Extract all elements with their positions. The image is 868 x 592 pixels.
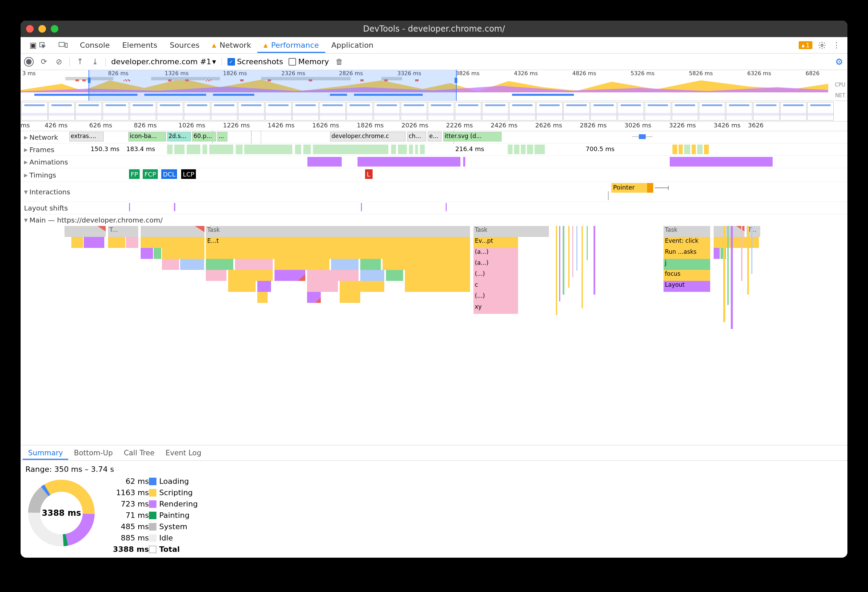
upload-icon[interactable]: ⤒ [75, 57, 85, 67]
task[interactable]: Task [474, 226, 549, 237]
fcp-marker[interactable]: FCP [143, 169, 158, 179]
net-request[interactable]: icon-ba... [128, 132, 166, 142]
lcp-marker[interactable]: LCP [181, 169, 196, 179]
perf-toolbar: ⟳ ⊘ ⤒ ⤓ developer.chrome.com #1▾ ✓Screen… [21, 53, 847, 70]
screenshot-thumb[interactable] [617, 102, 644, 120]
task[interactable]: T... [108, 226, 138, 237]
inspect-icon[interactable] [23, 37, 53, 53]
screenshot-thumb[interactable] [482, 102, 508, 120]
gc-icon[interactable]: 🗑 [335, 57, 344, 67]
interaction-pointer[interactable]: Pointer [611, 183, 653, 192]
screenshot-thumb[interactable] [292, 102, 319, 120]
net-request[interactable]: e... [428, 132, 441, 142]
titlebar: DevTools - developer.chrome.com/ [21, 21, 847, 37]
dcl-marker[interactable]: DCL [161, 169, 177, 179]
task[interactable]: (...) [474, 292, 518, 303]
tab-call-tree[interactable]: Call Tree [118, 446, 160, 460]
screenshot-thumb[interactable] [590, 102, 617, 120]
screenshot-thumb[interactable] [455, 102, 481, 120]
track-interactions[interactable]: ▼Interactions [21, 182, 107, 201]
tab-event-log[interactable]: Event Log [160, 446, 207, 460]
memory-checkbox[interactable]: Memory [289, 57, 329, 66]
flame-chart[interactable]: ms 426 ms 626 ms 826 ms 1026 ms 1226 ms … [21, 121, 847, 558]
detail-ruler: ms 426 ms 626 ms 826 ms 1026 ms 1226 ms … [21, 121, 847, 131]
profile-dropdown[interactable]: developer.chrome.com #1▾ [111, 57, 216, 66]
screenshot-thumb[interactable] [428, 102, 454, 120]
screenshot-thumb[interactable] [753, 102, 779, 120]
task[interactable]: Task [206, 226, 470, 237]
net-request[interactable]: itter.svg (d... [443, 132, 502, 142]
screenshot-thumb[interactable] [238, 102, 264, 120]
settings-gear-icon[interactable] [817, 40, 827, 50]
overview-timeline[interactable]: 3 ms 826 ms 1326 ms 1826 ms 2326 ms 2826… [21, 70, 847, 101]
net-request[interactable]: developer.chrome.c [330, 132, 406, 142]
svg-rect-9 [512, 94, 574, 96]
tab-summary[interactable]: Summary [23, 446, 68, 460]
screenshot-thumb[interactable] [726, 102, 752, 120]
track-animations[interactable]: ▶Animations [21, 156, 107, 168]
screenshots-checkbox[interactable]: ✓Screenshots [227, 57, 283, 66]
summary-legend: 62 msLoading 1163 msScripting 723 msRend… [111, 477, 214, 554]
overview-selection[interactable] [89, 70, 457, 101]
task[interactable]: (a...) [474, 248, 518, 259]
task[interactable]: (...) [474, 270, 518, 281]
tab-performance[interactable]: Performance [257, 37, 325, 53]
issues-badge[interactable]: 1 [799, 41, 812, 49]
fp-marker[interactable]: FP [129, 169, 140, 179]
screenshot-thumb[interactable] [645, 102, 671, 120]
net-request[interactable]: 2d.s... [167, 132, 191, 142]
net-request[interactable]: extras.... [69, 132, 103, 142]
summary-panel: Range: 350 ms – 3.74 s 3388 ms 62 msLoad… [21, 461, 847, 558]
task[interactable]: E...t [206, 237, 470, 248]
screenshot-thumb[interactable] [103, 102, 129, 120]
filmstrip[interactable] [21, 101, 847, 121]
screenshot-thumb[interactable] [699, 102, 725, 120]
screenshot-thumb[interactable] [672, 102, 698, 120]
device-icon[interactable] [53, 38, 74, 52]
screenshot-thumb[interactable] [536, 102, 562, 120]
track-layout-shifts[interactable]: Layout shifts [21, 202, 107, 214]
screenshot-thumb[interactable] [75, 102, 102, 120]
tab-application[interactable]: Application [325, 37, 380, 53]
screenshot-thumb[interactable] [184, 102, 210, 120]
track-main[interactable]: ▼Main — https://developer.chrome.com/ [21, 214, 162, 226]
tab-elements[interactable]: Elements [116, 37, 164, 53]
net-request[interactable]: ch... [407, 132, 426, 142]
tab-network[interactable]: Network [206, 37, 257, 53]
screenshot-thumb[interactable] [265, 102, 292, 120]
net-request[interactable]: ... [217, 132, 227, 142]
perf-settings-icon[interactable]: ⚙ [834, 57, 844, 67]
screenshot-thumb[interactable] [21, 102, 48, 120]
task[interactable]: c [474, 281, 518, 292]
tab-sources[interactable]: Sources [164, 37, 206, 53]
screenshot-thumb[interactable] [401, 102, 427, 120]
task[interactable]: (a...) [474, 259, 518, 270]
record-button[interactable] [24, 57, 34, 67]
screenshot-thumb[interactable] [319, 102, 346, 120]
tab-bottom-up[interactable]: Bottom-Up [68, 446, 118, 460]
screenshot-thumb[interactable] [49, 102, 75, 120]
screenshot-thumb[interactable] [157, 102, 183, 120]
screenshot-thumb[interactable] [807, 102, 834, 120]
download-icon[interactable]: ⤓ [90, 57, 100, 67]
screenshot-thumb[interactable] [130, 102, 156, 120]
task[interactable] [141, 226, 204, 237]
range-label: Range: 350 ms – 3.74 s [25, 465, 843, 474]
screenshot-thumb[interactable] [373, 102, 400, 120]
task[interactable]: xy [474, 303, 518, 314]
screenshot-thumb[interactable] [563, 102, 590, 120]
svg-rect-1 [59, 42, 65, 46]
screenshot-thumb[interactable] [347, 102, 373, 120]
screenshot-thumb[interactable] [780, 102, 807, 120]
screenshot-thumb[interactable] [211, 102, 238, 120]
tab-console[interactable]: Console [74, 37, 116, 53]
more-icon[interactable]: ⋮ [832, 40, 841, 50]
reload-button[interactable]: ⟳ [39, 57, 49, 67]
l-marker[interactable]: L [365, 169, 373, 179]
task[interactable]: Ev...pt [474, 237, 518, 248]
overview-labels: CPUNET [828, 70, 847, 101]
net-request[interactable]: 60.p... [192, 132, 216, 142]
screenshot-thumb[interactable] [509, 102, 536, 120]
clear-button[interactable]: ⊘ [54, 57, 64, 67]
track-timings[interactable]: ▶Timings [21, 168, 107, 182]
